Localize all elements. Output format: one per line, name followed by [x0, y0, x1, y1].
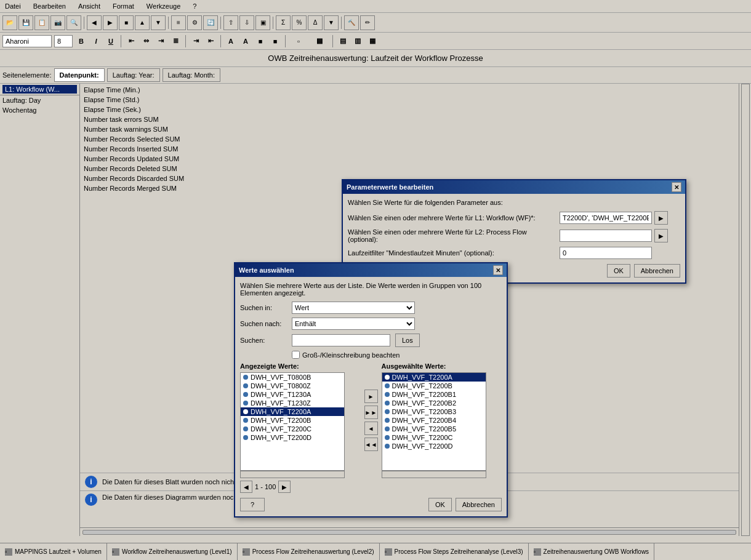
justify-btn[interactable]: ≣ [169, 35, 182, 47]
available-list-item[interactable]: DWH_VVF_T0800Z [241, 382, 344, 390]
toolbar-btn-1[interactable]: 📂 [2, 15, 17, 30]
toolbar-btn-5[interactable]: 🔍 [66, 15, 81, 30]
toolbar-btn-13[interactable]: 🔄 [203, 15, 218, 30]
menu-format[interactable]: Format [110, 1, 137, 11]
werte-suchen-nach-select[interactable]: Enthält [292, 318, 415, 330]
werte-ok-btn[interactable]: OK [428, 498, 452, 511]
toolbar-btn-15[interactable]: ⇩ [239, 15, 254, 30]
format-btn-i[interactable]: ▦ [366, 35, 379, 47]
toolbar-btn-8[interactable]: ■ [119, 15, 134, 30]
toolbar-btn-11[interactable]: ≡ [171, 15, 186, 30]
toolbar-btn-12[interactable]: ⚙ [187, 15, 202, 30]
tab-datenpunkt[interactable]: Datenpunkt: [54, 68, 105, 82]
werte-dialog-title[interactable]: Werte auswählen ✕ [235, 263, 507, 277]
status-tab-2[interactable]: ▫ Workflow Zeitreihenauswertung (Level1) [107, 543, 238, 560]
menu-werkzeuge[interactable]: Werkzeuge [144, 1, 183, 11]
toolbar-btn-6[interactable]: ◀ [87, 15, 102, 30]
available-list-item[interactable]: DWH_VVF_T0800B [241, 373, 344, 382]
menu-ansicht[interactable]: Ansicht [76, 1, 103, 11]
transfer-left-btn[interactable]: ◄ [364, 422, 378, 435]
align-right-btn[interactable]: ⇥ [155, 35, 167, 47]
toolbar-btn-18[interactable]: % [292, 15, 307, 30]
font-family-input[interactable] [2, 35, 52, 47]
transfer-right-btn[interactable]: ► [364, 390, 378, 403]
outdent-btn[interactable]: ⇤ [204, 35, 217, 47]
selected-list-item[interactable]: DWH_VVF_T2200B1 [382, 390, 486, 399]
werte-dialog-close[interactable]: ✕ [493, 265, 503, 275]
werte-suchen-input[interactable] [292, 334, 390, 346]
toolbar-btn-10[interactable]: ▼ [151, 15, 166, 30]
toolbar-btn-20[interactable]: ▼ [324, 15, 339, 30]
align-center-btn[interactable]: ⇔ [140, 35, 152, 47]
param-arrow-1[interactable]: ▶ [654, 211, 668, 225]
param-input-1[interactable] [560, 212, 652, 224]
status-tab-5[interactable]: ▫ Zeitreihenauswertung OWB Workflows [529, 543, 655, 560]
prev-page-btn[interactable]: ◀ [240, 481, 252, 493]
selected-list-item[interactable]: DWH_VVF_T2200B5 [382, 425, 486, 433]
available-list-item[interactable]: DWH_VVF_T2200C [241, 425, 344, 433]
font-size-input[interactable] [54, 35, 73, 47]
param-arrow-2[interactable]: ▶ [654, 229, 668, 242]
selected-list-item[interactable]: DWH_VVF_T2200B4 [382, 416, 486, 425]
available-list-item[interactable]: DWH_VVF_T2200A [241, 407, 344, 416]
transfer-all-right-btn[interactable]: ►► [364, 406, 378, 419]
param-dialog-title[interactable]: Parameterwerte bearbeiten ✕ [343, 180, 685, 194]
indent-btn[interactable]: ⇥ [190, 35, 202, 47]
menu-help[interactable]: ? [190, 1, 199, 11]
werte-selected-list[interactable]: DWH_VVF_T2200ADWH_VVF_T2200BDWH_VVF_T220… [382, 372, 486, 471]
tab-month[interactable]: Lauftag: Month: [163, 68, 220, 82]
param-dialog-close[interactable]: ✕ [672, 182, 681, 192]
next-page-btn[interactable]: ▶ [278, 481, 291, 493]
toolbar-btn-9[interactable]: ▲ [135, 15, 150, 30]
param-input-3[interactable] [560, 247, 652, 259]
selected-list-item[interactable]: DWH_VVF_T2200B2 [382, 399, 486, 407]
toolbar-btn-2[interactable]: 💾 [18, 15, 33, 30]
underline-btn[interactable]: U [105, 35, 117, 47]
align-left-btn[interactable]: ⇤ [125, 35, 137, 47]
selected-list-item[interactable]: DWH_VVF_T2200B [382, 382, 486, 390]
status-tab-1[interactable]: ▫ MAPPINGS Laufzeit + Volumen [0, 543, 107, 560]
format-btn-a[interactable]: A [225, 35, 237, 47]
param-input-2[interactable] [560, 230, 652, 242]
werte-available-list[interactable]: DWH_VVF_T0800BDWH_VVF_T0800ZDWH_VVF_T123… [240, 372, 345, 471]
menu-datei[interactable]: Datei [2, 1, 23, 11]
werte-help-btn[interactable]: ? [240, 498, 265, 511]
toolbar-btn-4[interactable]: 📷 [50, 15, 65, 30]
available-list-item[interactable]: DWH_VVF_T1230Z [241, 399, 344, 407]
available-hscroll[interactable] [240, 471, 345, 478]
toolbar-btn-22[interactable]: ✏ [360, 15, 375, 30]
format-btn-e[interactable]: ▫ [289, 35, 308, 47]
format-btn-b[interactable]: A [239, 35, 252, 47]
selected-hscroll[interactable] [382, 471, 486, 478]
available-list-item[interactable]: DWH_VVF_T1230A [241, 390, 344, 399]
available-list-item[interactable]: DWH_VVF_T2200D [241, 433, 344, 442]
werte-suchen-in-select[interactable]: Wert [292, 302, 415, 314]
param-ok-btn[interactable]: OK [607, 264, 630, 278]
toolbar-btn-3[interactable]: 📋 [34, 15, 49, 30]
menu-bearbeiten[interactable]: Bearbeiten [31, 1, 68, 11]
format-btn-c[interactable]: ■ [254, 35, 267, 47]
werte-checkbox[interactable] [292, 351, 300, 359]
werte-suchen-btn[interactable]: Los [395, 334, 420, 347]
toolbar-btn-17[interactable]: Σ [276, 15, 291, 30]
param-cancel-btn[interactable]: Abbrechen [634, 264, 680, 278]
status-tab-4[interactable]: ▫ Process Flow Steps Zeitreihenanalyse (… [380, 543, 529, 560]
selected-list-item[interactable]: DWH_VVF_T2200B3 [382, 407, 486, 416]
selected-list-item[interactable]: DWH_VVF_T2200A [382, 373, 486, 382]
toolbar-btn-16[interactable]: ▣ [255, 15, 270, 30]
toolbar-btn-7[interactable]: ▶ [103, 15, 118, 30]
toolbar-btn-19[interactable]: Δ [308, 15, 323, 30]
bold-btn[interactable]: B [75, 35, 87, 47]
format-btn-f[interactable]: ▩ [310, 35, 329, 47]
toolbar-btn-21[interactable]: 🔨 [344, 15, 359, 30]
selected-list-item[interactable]: DWH_VVF_T2200C [382, 433, 486, 442]
status-tab-3[interactable]: ▫ Process Flow Zeitreihenauswertung (Lev… [238, 543, 380, 560]
italic-btn[interactable]: I [90, 35, 102, 47]
format-btn-g[interactable]: ▤ [337, 35, 349, 47]
format-btn-h[interactable]: ▥ [351, 35, 364, 47]
transfer-all-left-btn[interactable]: ◄◄ [364, 438, 378, 451]
toolbar-btn-14[interactable]: ⇧ [223, 15, 238, 30]
werte-cancel-btn[interactable]: Abbrechen [456, 498, 502, 511]
format-btn-d[interactable]: ■ [269, 35, 281, 47]
selected-list-item[interactable]: DWH_VVF_T2200D [382, 442, 486, 450]
